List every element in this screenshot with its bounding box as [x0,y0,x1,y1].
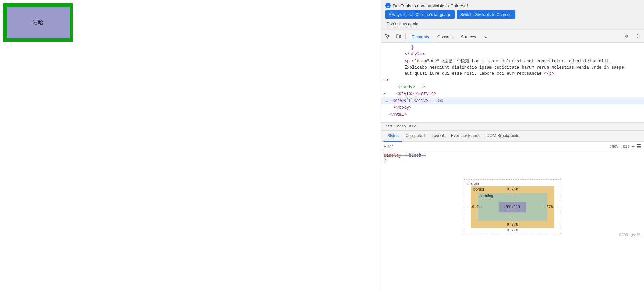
svg-rect-1 [400,35,401,38]
more-options-icon[interactable]: ⋮ [633,32,643,41]
padding-bottom-val: – [511,216,514,220]
padding-left-val: – [479,205,481,209]
tree-line: } [381,44,644,51]
add-style-icon[interactable]: + [632,144,635,149]
css-rule: display : block ; [384,153,641,158]
margin-top-val: – [511,182,514,186]
demo-div: 哈哈 [3,3,73,42]
tab-sources[interactable]: Sources [457,33,480,42]
tab-dom-breakpoints[interactable]: DOM Breakpoints [483,131,523,142]
tree-line: ▶ <style>…</style> [381,90,644,97]
border-box: border 9.778 9.778 9.778 9.778 padding –… [471,186,554,228]
dont-show-button[interactable]: Don't show again [385,21,420,27]
filter-right: :hov .cls + ☰ [609,143,641,149]
margin-left-val: – [466,205,469,209]
tree-line: </body> [381,104,644,111]
styles-content: display : block ; } [381,151,644,176]
margin-box: margin – 9.778 – – border 9.778 9.778 9.… [464,179,561,234]
content-size: 200×110 [505,205,520,209]
tree-line-selected[interactable]: … <div>哈哈</div> == $0 [381,97,644,104]
border-bottom-val: 9.778 [507,222,518,227]
devtools-panel: i DevTools is now available in Chinese! … [381,0,644,291]
cls-button[interactable]: .cls [620,144,629,149]
box-model: margin – 9.778 – – border 9.778 9.778 9.… [381,176,644,238]
border-label: border [473,187,484,191]
tree-line: </body> --> [381,83,644,90]
info-icon: i [385,3,391,8]
switch-devtools-button[interactable]: Switch DevTools to Chinese [457,10,515,19]
devtools-tabs: Elements Console Sources » [408,30,620,42]
padding-label: padding [480,194,493,198]
svg-rect-0 [396,35,399,38]
tab-computed[interactable]: Computed [402,131,428,142]
tab-styles[interactable]: Styles [384,131,402,142]
filter-bar: :hov .cls + ☰ [381,142,644,151]
styles-tab-bar: Styles Computed Layout Event Listeners D… [381,131,644,142]
padding-box: padding – – – – 200×110 [478,193,547,221]
padding-right-val: – [544,205,546,209]
breadcrumb-div[interactable]: div [408,124,417,129]
css-closing-brace: } [384,158,641,162]
demo-div-text: 哈哈 [33,19,44,26]
notification-bar: i DevTools is now available in Chinese! … [381,0,644,30]
tree-line: <p class="one" >这是一个段落 Lorem ipsum dolor… [381,58,637,77]
margin-label: margin [467,181,479,185]
hov-button[interactable]: :hov [609,144,618,149]
breadcrumb-html[interactable]: html [384,124,396,129]
padding-top-val: – [511,194,514,198]
toolbar-separator [405,34,406,39]
tab-more[interactable]: » [480,33,491,42]
breadcrumb: html body div [381,122,644,131]
toolbar-right: ⚙ ⋮ [622,32,643,41]
tab-elements[interactable]: Elements [408,33,433,42]
csdn-watermark: CSDN @安育_ [618,231,644,238]
filter-input[interactable] [384,144,607,149]
tab-event-listeners[interactable]: Event Listeners [447,131,483,142]
box-model-diagram: margin – 9.778 – – border 9.778 9.778 9.… [464,179,561,234]
tree-line: </style> [381,51,644,58]
html-tree[interactable]: } </style> <p class="one" >这是一个段落 Lorem … [381,43,644,122]
margin-bottom-val: 9.778 [507,228,518,232]
breadcrumb-body[interactable]: body [396,124,407,129]
device-toggle-icon[interactable] [393,32,403,41]
border-top-val: 9.778 [507,187,518,191]
inspect-icon[interactable] [382,32,392,41]
margin-right-val: – [556,205,559,209]
notification-text: DevTools is now available in Chinese! [393,3,468,8]
tab-layout[interactable]: Layout [428,131,447,142]
tab-console[interactable]: Console [433,33,457,42]
match-language-button[interactable]: Always match Chrome's language [385,10,455,19]
settings-icon[interactable]: ⚙ [622,32,632,41]
devtools-toolbar: Elements Console Sources » ⚙ ⋮ [381,30,644,43]
style-menu-icon[interactable]: ☰ [637,143,641,149]
content-box: 200×110 [499,202,525,212]
page-area: 哈哈 [0,0,381,291]
tree-line: </html> [381,111,644,118]
